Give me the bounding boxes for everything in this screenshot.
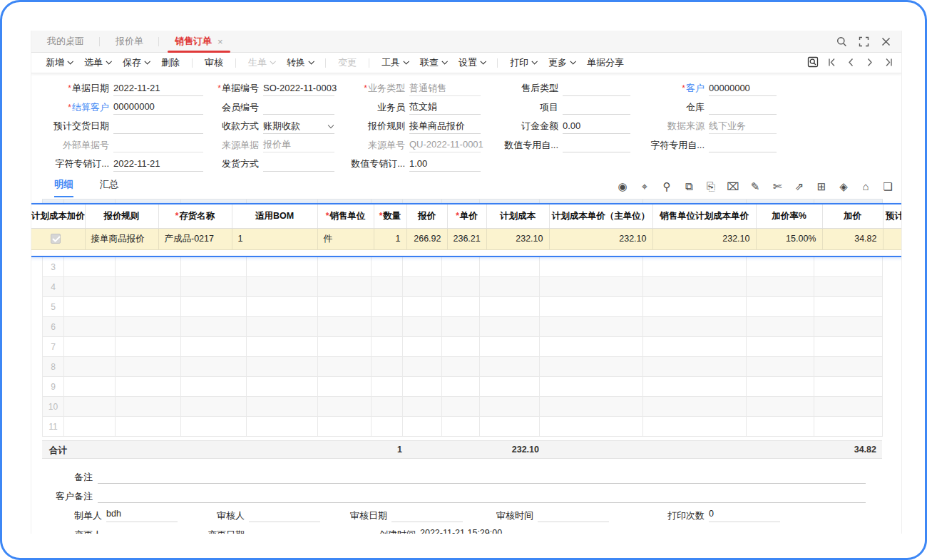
chevron-down-icon — [480, 58, 486, 64]
payment-method-select[interactable]: 账期收款 — [263, 119, 334, 134]
char-custom-order-field[interactable]: 2022-11-21 — [113, 157, 203, 172]
doc-no-field[interactable]: SO-2022-11-0003 — [263, 81, 334, 96]
customer-field[interactable]: 00000000 — [709, 81, 777, 96]
trend-chart-icon[interactable]: ⇗ — [793, 180, 806, 194]
grid-empty-row[interactable]: 5 — [43, 297, 883, 317]
customer-remark-label: 客户备注 — [31, 490, 98, 503]
batch-edit-icon[interactable]: ✎ — [749, 180, 762, 194]
tab-detail[interactable]: 明细 — [54, 178, 73, 197]
customer-remark-input[interactable] — [98, 489, 866, 503]
clipped-footer-row: 变更人 变更日期 创建时间 2022-11-21 15:29:00 — [31, 525, 901, 534]
field-label-doc-date: *单据日期 — [42, 82, 113, 95]
cut-row-icon[interactable]: ✄ — [771, 180, 784, 194]
modify-date-label: 变更日期 — [178, 529, 249, 534]
grid-empty-row[interactable]: 4 — [43, 277, 883, 297]
aftersale-type-field[interactable] — [563, 81, 630, 96]
chevron-down-icon — [403, 58, 409, 64]
field-label-data-source: 数据来源 — [634, 120, 709, 133]
totals-label: 合计 — [49, 445, 67, 457]
doc-date-field[interactable]: 2022-11-21 — [113, 81, 203, 96]
tab-summary[interactable]: 汇总 — [99, 178, 118, 196]
numeric-custom-field[interactable] — [563, 138, 630, 152]
ship-method-field[interactable] — [263, 157, 334, 172]
tab-quotation[interactable]: 报价单 — [100, 31, 159, 53]
pick-doc-button[interactable]: 选单 — [84, 56, 111, 69]
grid-empty-row[interactable]: 8 — [43, 357, 883, 377]
char-custom-field[interactable] — [709, 138, 777, 152]
blocks-add-icon[interactable]: ⊞ — [815, 180, 828, 194]
grid-empty-row[interactable]: 7 — [43, 337, 883, 357]
grid-empty-row[interactable]: 6 — [43, 317, 883, 337]
tab-my-desktop[interactable]: 我的桌面 — [31, 31, 100, 53]
save-button[interactable]: 保存 — [123, 56, 149, 69]
warehouse-field[interactable] — [709, 100, 777, 115]
numeric-custom-order-field[interactable]: 1.00 — [409, 157, 481, 172]
field-label-customer[interactable]: *客户 — [634, 82, 709, 95]
expected-delivery-field[interactable] — [113, 119, 203, 134]
field-label-payment-method: 收款方式 — [192, 120, 263, 133]
close-tab-icon[interactable]: × — [217, 36, 223, 47]
toolbar-separator — [369, 58, 369, 68]
creator-value: bdh — [106, 509, 178, 522]
chevron-down-icon — [270, 58, 275, 64]
location-pin-icon[interactable]: ⚲ — [660, 180, 673, 194]
close-icon[interactable] — [881, 36, 891, 47]
print-button[interactable]: 打印 — [510, 56, 536, 69]
detail-grid: 计划成本加价报价规则存货名称适用BOM销售单位数量报价单价计划成本计划成本单价（… — [42, 199, 882, 437]
grid-empty-row[interactable]: 3 — [43, 257, 883, 277]
grid-empty-row[interactable]: 11 — [43, 417, 883, 437]
field-label-expected-delivery: 预计交货日期 — [42, 120, 113, 133]
search-icon[interactable] — [836, 36, 847, 47]
field-label-deposit-amount: 订金金额 — [488, 120, 563, 133]
doc-delete-icon[interactable]: ⌧ — [727, 180, 739, 194]
copy-add-icon[interactable]: ⧉ — [682, 180, 695, 194]
paste-icon[interactable]: ⎘ — [705, 180, 717, 194]
bulb-circle-icon[interactable]: ◉ — [616, 180, 629, 194]
audit-button[interactable]: 审核 — [205, 56, 223, 69]
chevron-down-icon — [328, 123, 334, 128]
deposit-amount-field[interactable]: 0.00 — [563, 119, 630, 134]
fullscreen-icon[interactable]: ❏ — [881, 180, 894, 194]
convert-button[interactable]: 转换 — [287, 56, 313, 69]
grid-empty-row[interactable]: 10 — [43, 397, 883, 417]
print-count-value: 0 — [709, 509, 780, 522]
grid-empty-row[interactable]: 9 — [43, 377, 883, 397]
prev-page-icon[interactable] — [846, 57, 856, 70]
change-button[interactable]: 变更 — [338, 56, 357, 69]
remark-input[interactable] — [98, 470, 866, 484]
row-checkbox[interactable] — [51, 234, 61, 244]
doc-preview-icon[interactable] — [807, 56, 819, 71]
delete-button[interactable]: 删除 — [161, 56, 180, 69]
salesperson-field[interactable]: 范文娟 — [409, 100, 481, 115]
totals-row: 合计 1 232.10 34.82 — [42, 440, 882, 459]
quote-rule-field[interactable]: 接单商品报价 — [409, 119, 481, 134]
bulb-scan-icon[interactable]: ⌖ — [638, 180, 651, 194]
settings-button[interactable]: 设置 — [459, 56, 485, 69]
source-doc-no-field: QU-2022-11-0001 — [409, 138, 481, 152]
tab-sales-order[interactable]: 销售订单 × — [159, 31, 239, 53]
add-button[interactable]: 新增 — [46, 56, 72, 69]
settle-customer-field[interactable]: 00000000 — [113, 100, 203, 115]
generate-doc-button[interactable]: 生单 — [248, 56, 275, 69]
total-planned-cost: 232.10 — [468, 445, 539, 455]
print-count-label: 打印次数 — [609, 509, 709, 522]
share-doc-button[interactable]: 单据分享 — [587, 56, 624, 69]
linked-query-button[interactable]: 联查 — [420, 56, 446, 69]
order-footer: 备注 客户备注 制单人 bdh 审核人 审核日期 审核时间 打印次数 0 变更人 — [31, 467, 901, 534]
field-label-settle-customer[interactable]: *结算客户 — [42, 101, 113, 114]
project-field[interactable] — [563, 100, 630, 115]
tools-button[interactable]: 工具 — [381, 56, 408, 69]
last-page-icon[interactable] — [884, 57, 893, 70]
tag-icon[interactable]: ◈ — [837, 180, 850, 194]
more-button[interactable]: 更多 — [548, 56, 575, 69]
warehouse-icon[interactable]: ⌂ — [859, 180, 872, 194]
modifier-label: 变更人 — [31, 529, 106, 534]
data-source-field: 线下业务 — [709, 119, 777, 134]
maximize-icon[interactable] — [859, 36, 869, 47]
first-page-icon[interactable] — [828, 57, 837, 70]
auditor-label: 审核人 — [178, 509, 249, 522]
next-page-icon[interactable] — [865, 57, 874, 70]
member-no-field[interactable] — [263, 100, 334, 115]
field-label-ship-method: 发货方式 — [192, 157, 263, 170]
selected-data-row[interactable]: 接单商品报价 产成品-0217 1 件 1 266.92 236.21 232.… — [31, 228, 902, 249]
